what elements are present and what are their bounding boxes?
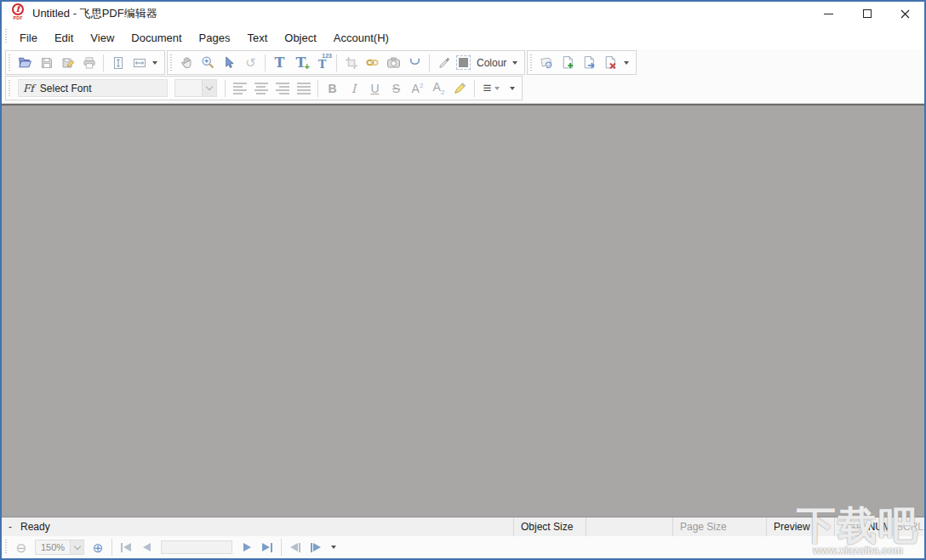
menu-view[interactable]: View <box>82 28 123 48</box>
align-center-button[interactable] <box>250 78 272 99</box>
align-right-button[interactable] <box>272 78 293 99</box>
sub-base: A <box>433 80 441 94</box>
close-button[interactable] <box>886 2 924 26</box>
toolbar-grip[interactable] <box>530 54 533 71</box>
zoom-in-button[interactable]: ⊕ <box>88 539 108 556</box>
sup-exp: 2 <box>420 82 423 89</box>
underline-icon: U <box>370 82 379 95</box>
last-page-button[interactable] <box>257 539 277 556</box>
align-center-icon <box>254 83 268 94</box>
fit-width-button[interactable] <box>129 53 150 73</box>
menubar-grip[interactable] <box>5 29 8 44</box>
format-toolbar-dropdown[interactable] <box>510 87 515 90</box>
underline-button[interactable]: U <box>364 78 386 99</box>
edit-text-button[interactable]: T 123 <box>312 53 333 73</box>
link-button[interactable] <box>362 53 383 73</box>
format-toolbar: Ff Select Font <box>5 76 523 100</box>
chevron-down-icon <box>73 542 80 549</box>
colour-selection-icon <box>456 55 471 70</box>
line-style-icon: ≡ <box>483 81 492 95</box>
align-left-icon <box>233 83 247 94</box>
save-button[interactable] <box>36 53 57 73</box>
menu-document[interactable]: Document <box>123 28 190 48</box>
object-size-value-cell <box>586 517 672 536</box>
font-select-input[interactable]: Ff Select Font <box>18 79 168 97</box>
image-button[interactable] <box>383 53 404 73</box>
separator <box>103 54 104 71</box>
zoom-tool-button[interactable] <box>197 53 219 73</box>
delete-page-button[interactable] <box>600 53 621 73</box>
rotate-tool-button[interactable]: ↺ <box>240 53 261 73</box>
window-title: Untitled - 飞思PDF编辑器 <box>32 6 157 21</box>
toolbar-grip[interactable] <box>9 54 11 71</box>
previous-page-button[interactable] <box>136 539 157 556</box>
eyedropper-button[interactable] <box>433 53 454 73</box>
next-page-button[interactable] <box>237 539 257 556</box>
subscript-icon: A2 <box>433 80 445 96</box>
file-toolbar-dropdown[interactable] <box>152 61 157 65</box>
text-tool-button[interactable]: T <box>269 53 290 73</box>
line-style-button[interactable]: ≡ <box>478 78 507 99</box>
navigation-toolbar-dropdown[interactable] <box>331 546 336 549</box>
zoom-level-combo[interactable]: 150% <box>35 540 84 555</box>
next-view-button[interactable] <box>306 539 326 556</box>
rotate-page-button[interactable] <box>536 53 557 73</box>
add-text-button[interactable]: T + <box>290 53 312 73</box>
previous-page-icon <box>143 543 151 551</box>
chain-link-icon <box>365 55 380 70</box>
font-size-combo[interactable] <box>174 79 217 97</box>
toolbar-grip[interactable] <box>170 54 173 71</box>
first-page-button[interactable] <box>116 539 136 556</box>
colour-button[interactable] <box>454 53 472 73</box>
curve-button[interactable] <box>404 53 426 73</box>
title-bar[interactable]: f PDF Untitled - 飞思PDF编辑器 <box>2 2 924 26</box>
export-page-button[interactable] <box>579 53 600 73</box>
toolbar-grip[interactable] <box>5 540 8 555</box>
align-justify-button[interactable] <box>293 78 314 99</box>
zoom-out-button[interactable]: ⊖ <box>11 539 31 556</box>
strikethrough-button[interactable]: S <box>386 78 407 99</box>
font-size-dropdown[interactable] <box>202 80 216 96</box>
colour-dropdown[interactable] <box>512 61 517 65</box>
last-page-icon <box>271 543 272 552</box>
zoom-level-value: 150% <box>36 540 70 554</box>
bold-button[interactable]: B <box>322 78 343 99</box>
export-page-icon <box>582 55 597 70</box>
open-file-button[interactable] <box>14 53 36 73</box>
zoom-in-icon: ⊕ <box>93 541 104 554</box>
print-button[interactable] <box>78 53 100 73</box>
menu-text[interactable]: Text <box>238 28 276 48</box>
separator <box>281 539 282 556</box>
maximize-button[interactable] <box>848 2 886 26</box>
bar-icon <box>311 543 312 552</box>
app-logo-sub: PDF <box>13 15 22 20</box>
delete-page-icon <box>603 55 618 70</box>
select-tool-button[interactable] <box>219 53 240 73</box>
menu-file[interactable]: File <box>11 28 46 48</box>
superscript-button[interactable]: A2 <box>407 78 428 99</box>
highlight-button[interactable] <box>449 78 471 99</box>
italic-button[interactable]: I <box>343 78 364 99</box>
toolbar-area: ↺ T T + T 123 <box>2 49 924 104</box>
menu-account[interactable]: Account(H) <box>325 28 397 48</box>
fit-height-button[interactable] <box>107 53 129 73</box>
subscript-button[interactable]: A2 <box>428 78 449 99</box>
menu-edit[interactable]: Edit <box>46 28 82 48</box>
previous-view-button[interactable] <box>285 539 306 556</box>
zoom-level-dropdown[interactable] <box>70 540 83 554</box>
rotate-icon: ↺ <box>245 56 256 69</box>
pages-toolbar-dropdown[interactable] <box>624 61 629 65</box>
page-number-input[interactable] <box>161 540 232 554</box>
first-page-icon <box>121 543 123 552</box>
crop-button[interactable] <box>340 53 362 73</box>
save-as-button[interactable] <box>57 53 78 73</box>
add-page-button[interactable] <box>557 53 579 73</box>
hand-tool-button[interactable] <box>176 53 197 73</box>
save-floppy-icon <box>40 56 54 70</box>
align-left-button[interactable] <box>229 78 250 99</box>
minimize-button[interactable] <box>809 2 848 26</box>
menu-object[interactable]: Object <box>276 28 325 48</box>
menu-pages[interactable]: Pages <box>191 28 239 48</box>
toolbar-grip[interactable] <box>9 80 11 96</box>
document-canvas[interactable] <box>2 104 924 517</box>
